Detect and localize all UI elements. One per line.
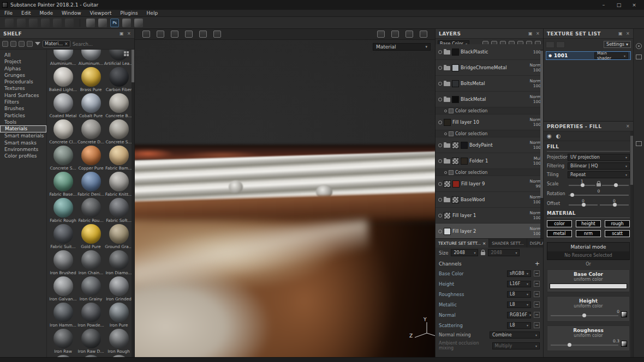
layer-row[interactable]: Fill layer 2 Norm 100 xyxy=(436,224,543,238)
channel-format-dropdown[interactable]: L16F ▾ xyxy=(507,281,531,287)
layer-visibility-toggle[interactable] xyxy=(438,214,442,218)
layer-thumbnail[interactable] xyxy=(444,228,451,235)
material-item[interactable]: Concrete D... xyxy=(77,119,104,146)
clone-tool-icon[interactable] xyxy=(65,19,74,27)
material-item[interactable]: Brass Pure xyxy=(77,67,104,93)
material-thumbnail[interactable] xyxy=(81,329,101,348)
layer-visibility-toggle[interactable] xyxy=(444,132,447,135)
layer-blend-mode[interactable]: Norm xyxy=(530,226,541,231)
channel-toggle-button[interactable]: scatt xyxy=(605,230,630,237)
remove-channel-button[interactable]: − xyxy=(534,312,540,318)
material-thumbnail[interactable] xyxy=(109,67,129,87)
material-item[interactable]: Concrete S... xyxy=(50,146,76,172)
folder-icon[interactable] xyxy=(444,98,450,102)
popout-icon[interactable]: ▣ xyxy=(528,31,533,36)
material-thumbnail[interactable] xyxy=(109,172,129,191)
material-item[interactable]: Iron Grinded xyxy=(105,276,132,303)
shelf-category-item[interactable]: Environments xyxy=(0,146,46,153)
material-item[interactable]: Iron Diamo... xyxy=(105,250,132,276)
menu-item[interactable]: Mode xyxy=(35,10,58,16)
layer-visibility-toggle[interactable] xyxy=(438,98,442,101)
folder-icon[interactable] xyxy=(444,82,450,86)
material-item[interactable] xyxy=(50,355,76,357)
shelf-category-item[interactable]: Particles xyxy=(0,112,46,119)
material-item[interactable]: Iron Galvan... xyxy=(50,276,76,303)
shelf-dock-icon[interactable] xyxy=(636,141,642,146)
layer-opacity[interactable]: 100 xyxy=(533,122,541,127)
material-item[interactable]: Fabric Suit... xyxy=(50,224,76,250)
material-item[interactable]: Fabric Rough xyxy=(50,198,76,224)
material-thumbnail[interactable] xyxy=(109,355,129,357)
material-thumbnail[interactable] xyxy=(81,276,101,296)
close-panel-icon[interactable]: × xyxy=(626,124,630,129)
viewport-material-dropdown[interactable]: Material ▾ xyxy=(373,43,431,51)
layer-row[interactable]: Color selection xyxy=(436,107,543,114)
layer-row[interactable]: Color selection xyxy=(436,169,543,176)
photoshop-plugin-icon[interactable]: Ps xyxy=(110,19,119,27)
shelf-category-item[interactable]: Hard Surfaces xyxy=(0,92,46,99)
camera-icon[interactable] xyxy=(406,31,413,38)
layer-thumbnail[interactable] xyxy=(461,142,468,149)
material-item[interactable]: Iron Brushed xyxy=(50,250,76,276)
material-thumbnail[interactable] xyxy=(53,93,73,113)
material-item[interactable]: Iron Powde... xyxy=(77,303,104,329)
material-item[interactable] xyxy=(105,355,132,357)
shelf-category-item[interactable]: Materials xyxy=(0,125,46,132)
shelf-category-item[interactable]: Color profiles xyxy=(0,153,46,159)
shelf-category-item[interactable]: Project xyxy=(0,58,46,65)
material-thumbnail[interactable] xyxy=(81,250,101,270)
layer-opacity[interactable]: 100 xyxy=(533,145,541,150)
layer-row[interactable]: BlackMetal Norm 100 xyxy=(436,92,543,107)
material-thumbnail[interactable] xyxy=(53,250,73,270)
scale-slider-x[interactable]: 1 xyxy=(568,180,597,188)
folder-icon[interactable] xyxy=(444,159,450,164)
layer-mask-thumbnail[interactable] xyxy=(452,142,459,149)
layer-row[interactable]: BridgeChromeMetal Norm 100 xyxy=(436,60,543,76)
layer-blend-mode[interactable]: Norm xyxy=(530,210,541,215)
menu-item[interactable]: Help xyxy=(142,10,163,16)
close-panel-icon[interactable]: × xyxy=(536,31,540,36)
shelf-category-item[interactable]: Procedurals xyxy=(0,79,46,85)
remove-channel-button[interactable]: − xyxy=(534,291,540,297)
channel-toggle-button[interactable]: height xyxy=(576,220,601,227)
search-input[interactable] xyxy=(73,41,103,47)
base-color-swatch[interactable] xyxy=(550,283,627,289)
material-item[interactable]: Aluminum... xyxy=(77,50,104,67)
layer-visibility-toggle[interactable] xyxy=(438,143,442,147)
material-item[interactable]: Gold Pure xyxy=(77,224,104,250)
material-thumbnail[interactable] xyxy=(109,250,129,270)
material-item[interactable]: Fabric Knitt... xyxy=(105,172,132,198)
material-item[interactable]: Concrete S... xyxy=(105,119,132,146)
tab-close-icon[interactable]: × xyxy=(482,241,486,246)
close-button[interactable]: × xyxy=(627,0,642,10)
layer-thumbnail[interactable] xyxy=(452,64,459,71)
material-thumbnail[interactable] xyxy=(53,276,73,296)
layer-visibility-toggle[interactable] xyxy=(438,50,442,54)
material-item[interactable]: Iron Rough xyxy=(105,329,132,355)
material-thumbnail[interactable] xyxy=(81,198,101,218)
layer-visibility-toggle[interactable] xyxy=(438,82,442,86)
layer-row[interactable]: Color selection xyxy=(436,130,543,137)
polygon-fill-tool-icon[interactable] xyxy=(41,19,50,27)
layer-blend-mode[interactable]: Norm xyxy=(530,117,541,122)
layer-opacity[interactable]: 100 xyxy=(533,161,541,166)
rotation-slider[interactable]: 0 xyxy=(568,190,630,198)
layer-mask-thumbnail[interactable] xyxy=(444,180,451,188)
channel-format-dropdown[interactable]: RGB16F ▾ xyxy=(507,312,531,318)
texture-set-visibility-icon[interactable]: ● xyxy=(548,53,552,58)
material-item[interactable]: Baked Light... xyxy=(50,67,76,93)
remove-channel-button[interactable]: − xyxy=(534,270,540,276)
material-item[interactable]: Cobalt Pure xyxy=(77,93,104,119)
layer-thumbnail[interactable] xyxy=(452,49,459,56)
material-thumbnail[interactable] xyxy=(53,329,73,348)
split-2d3d-view-icon[interactable] xyxy=(377,31,385,38)
material-ball-icon[interactable]: ◉ xyxy=(547,133,552,139)
layers-scrollbar[interactable] xyxy=(540,50,543,238)
layer-row[interactable]: Fill layer 10 Norm 100 xyxy=(436,114,543,130)
smudge-tool-icon[interactable] xyxy=(53,19,62,27)
layer-row[interactable]: BoltsMetal Norm 100 xyxy=(436,76,543,92)
link-view-icon[interactable] xyxy=(19,41,25,47)
material-thumbnail[interactable] xyxy=(109,198,129,218)
material-thumbnail[interactable] xyxy=(81,93,101,113)
material-item[interactable]: Fabric Soft... xyxy=(105,198,132,224)
